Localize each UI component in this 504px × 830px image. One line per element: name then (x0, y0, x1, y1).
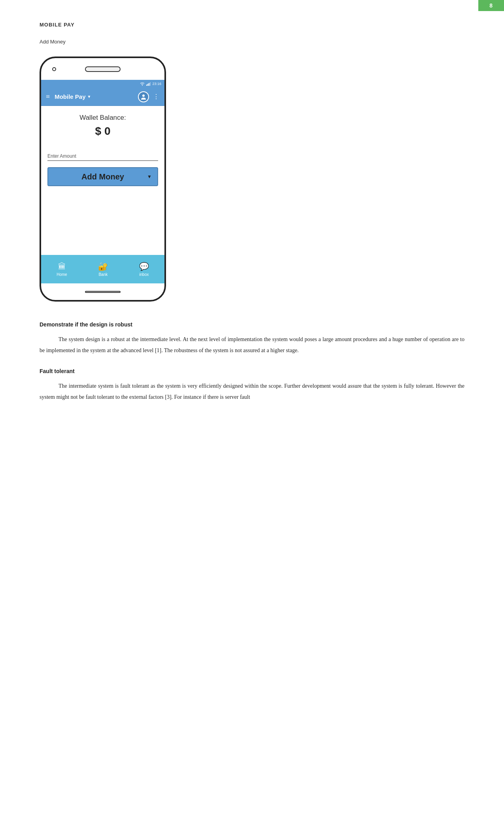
phone-content: Wallet Balance: $ 0 Enter Amount Add Mon… (41, 106, 164, 255)
home-icon: 🏛 (58, 262, 66, 271)
svg-rect-3 (149, 83, 149, 86)
enter-amount-section: Enter Amount (47, 153, 158, 161)
text-content: Demonstrate if the design is robust The … (40, 321, 464, 403)
paragraph-fault: The intermediate system is fault toleran… (40, 381, 464, 403)
enter-amount-line (47, 160, 158, 161)
page-header: MOBILE PAY (40, 22, 464, 28)
inbox-icon: 💬 (139, 262, 149, 271)
phone-bottom-bar (41, 283, 164, 300)
phone-top-bar (41, 58, 164, 80)
wallet-amount: $ 0 (47, 125, 158, 138)
phone-speaker (85, 66, 121, 72)
section-heading-fault: Fault tolerant (40, 368, 464, 374)
phone-mockup: 23:16 ≡ Mobile Pay ▼ (40, 57, 464, 302)
hamburger-icon: ≡ (46, 92, 50, 101)
app-bar: ≡ Mobile Pay ▼ ⋮ (41, 88, 164, 106)
add-money-button-label: Add Money (81, 172, 124, 181)
nav-label-bank: Bank (98, 272, 108, 277)
bank-icon: 🔐 (98, 262, 108, 271)
page-number: 8 (478, 0, 504, 11)
nav-label-inbox: inbox (139, 272, 149, 277)
status-icons: 23:16 (140, 82, 161, 86)
svg-point-0 (142, 85, 143, 86)
section-heading-robust: Demonstrate if the design is robust (40, 321, 464, 328)
wifi-icon (140, 82, 145, 86)
status-time: 23:16 (152, 82, 161, 86)
svg-rect-4 (150, 82, 151, 86)
nav-item-home[interactable]: 🏛 Home (57, 262, 67, 277)
phone-camera (52, 67, 56, 71)
nav-item-inbox[interactable]: 💬 inbox (139, 262, 149, 277)
enter-amount-label: Enter Amount (47, 153, 158, 159)
paragraph-robust: The system design is a robust at the int… (40, 334, 464, 356)
signal-icon (146, 82, 151, 86)
nav-item-bank[interactable]: 🔐 Bank (98, 262, 108, 277)
status-bar: 23:16 (41, 80, 164, 88)
phone-body: 23:16 ≡ Mobile Pay ▼ (40, 57, 166, 302)
wallet-section: Wallet Balance: $ 0 (47, 114, 158, 138)
app-title-text: Mobile Pay (55, 93, 85, 100)
svg-rect-2 (147, 84, 148, 86)
nav-label-home: Home (57, 272, 67, 277)
phone-home-bar (85, 291, 121, 293)
wallet-balance-label: Wallet Balance: (47, 114, 158, 122)
app-bar-icons: ⋮ (138, 91, 160, 102)
add-money-button-arrow: ▼ (147, 174, 152, 180)
profile-icon (138, 91, 149, 102)
svg-rect-1 (146, 85, 147, 86)
add-money-button[interactable]: Add Money ▼ (47, 167, 158, 186)
more-options-icon: ⋮ (153, 93, 160, 100)
app-title: Mobile Pay ▼ (55, 93, 138, 100)
bottom-nav: 🏛 Home 🔐 Bank 💬 inbox (41, 255, 164, 283)
svg-point-5 (142, 94, 145, 97)
section-label: Add Money (40, 39, 464, 45)
app-title-arrow: ▼ (87, 94, 91, 99)
